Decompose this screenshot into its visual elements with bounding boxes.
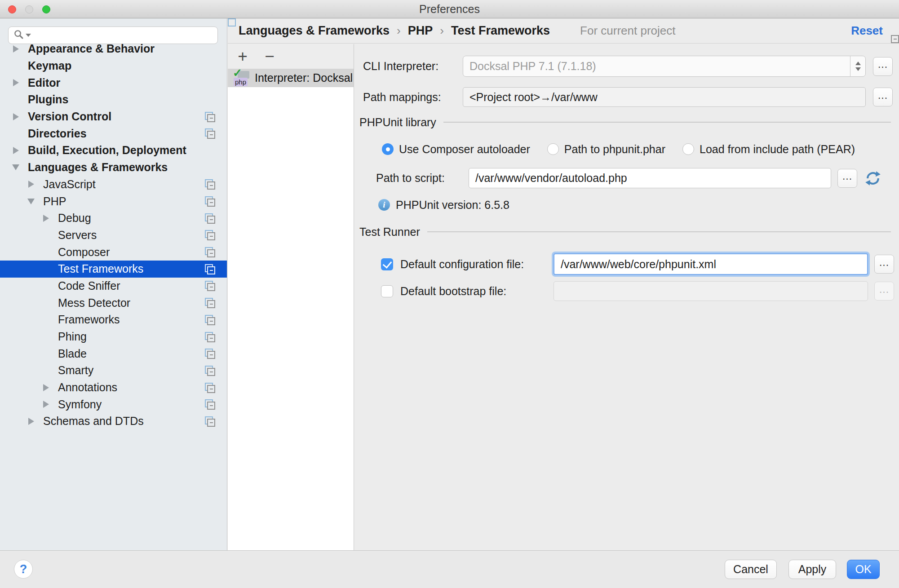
sidebar-item-schemas-and-dtds[interactable]: Schemas and DTDs [0, 413, 227, 430]
window-title: Preferences [0, 0, 899, 18]
default-configuration-file-checkbox[interactable] [381, 258, 393, 270]
path-to-script-label: Path to script: [376, 172, 469, 185]
radio-path-to-phpunit-phar[interactable] [547, 143, 559, 155]
cli-interpreter-label: CLI Interpreter: [363, 60, 463, 73]
per-project-icon [205, 416, 215, 427]
cli-interpreter-select[interactable]: Docksal PHP 7.1 (7.1.18) [463, 56, 866, 77]
apply-button[interactable]: Apply [788, 560, 836, 579]
sidebar-item-symfony[interactable]: Symfony [0, 396, 227, 413]
sidebar-item-version-control[interactable]: Version Control [0, 108, 227, 125]
search-options-caret-icon [26, 34, 31, 37]
refresh-icon[interactable] [864, 170, 881, 187]
test-runner-section-title: Test Runner [359, 225, 420, 239]
chevron-right-icon [43, 215, 49, 222]
sidebar-item-phing[interactable]: Phing [0, 328, 227, 345]
settings-sidebar: Appearance & Behavior Keymap Editor Plug… [0, 18, 227, 550]
sidebar-item-code-sniffer[interactable]: Code Sniffer [0, 278, 227, 295]
sidebar-item-editor[interactable]: Editor [0, 74, 227, 91]
sidebar-item-keymap[interactable]: Keymap [0, 57, 227, 75]
per-project-icon [205, 399, 215, 410]
radio-load-from-include-path[interactable] [682, 143, 694, 155]
info-icon [378, 199, 390, 211]
interpreters-panel: + − ✓php Interpreter: Docksal [228, 44, 354, 550]
add-interpreter-button[interactable]: + [235, 50, 250, 63]
sidebar-item-build-execution-deployment[interactable]: Build, Execution, Deployment [0, 142, 227, 159]
sidebar-item-annotations[interactable]: Annotations [0, 379, 227, 396]
per-project-icon [205, 315, 215, 325]
per-project-icon [205, 128, 215, 139]
per-project-icon [205, 264, 215, 274]
sidebar-item-composer[interactable]: Composer [0, 243, 227, 261]
scope-indicator: For current project [565, 24, 675, 38]
default-bootstrap-file-field [554, 281, 868, 301]
remove-interpreter-button[interactable]: − [262, 50, 277, 63]
section-divider [443, 122, 891, 123]
breadcrumb-test-frameworks[interactable]: Test Frameworks [451, 24, 550, 38]
per-project-icon [205, 349, 215, 359]
default-configuration-file-field[interactable]: /var/www/web/core/phpunit.xml [554, 253, 868, 275]
radio-use-composer-autoloader[interactable] [382, 143, 394, 155]
default-configuration-file-browse-button[interactable]: ... [874, 255, 894, 274]
sidebar-item-mess-detector[interactable]: Mess Detector [0, 294, 227, 311]
chevron-right-icon [28, 181, 34, 188]
per-project-icon [205, 366, 215, 376]
path-mappings-browse-button[interactable]: ... [873, 88, 893, 106]
titlebar: Preferences [0, 0, 899, 18]
search-icon [13, 29, 24, 42]
chevron-down-icon [12, 164, 19, 170]
sidebar-item-languages-frameworks[interactable]: Languages & Frameworks [0, 159, 227, 176]
default-bootstrap-file-checkbox[interactable] [381, 285, 393, 297]
interpreters-toolbar: + − [228, 44, 354, 69]
sidebar-item-appearance-behavior[interactable]: Appearance & Behavior [0, 40, 227, 57]
per-project-icon [565, 26, 576, 36]
default-bootstrap-file-label: Default bootstrap file: [400, 285, 554, 298]
per-project-icon [205, 247, 215, 257]
per-project-icon [205, 179, 215, 190]
sidebar-item-plugins[interactable]: Plugins [0, 91, 227, 108]
breadcrumb: Languages & Frameworks › PHP › Test Fram… [228, 18, 899, 44]
per-project-icon [205, 112, 215, 122]
chevron-right-icon [28, 418, 34, 425]
sidebar-item-test-frameworks[interactable]: Test Frameworks [0, 261, 227, 278]
default-configuration-file-label: Default configuration file: [400, 258, 554, 271]
sidebar-item-directories[interactable]: Directories [0, 125, 227, 142]
per-project-icon [205, 230, 215, 240]
php-interpreter-icon: ✓php [232, 70, 251, 87]
chevron-right-icon [13, 113, 19, 120]
per-project-icon [205, 383, 215, 393]
settings-tree: Appearance & Behavior Keymap Editor Plug… [0, 40, 227, 430]
path-mappings-field[interactable]: <Project root>→/var/www [463, 87, 866, 107]
sidebar-item-smarty[interactable]: Smarty [0, 362, 227, 379]
phpunit-library-section-title: PHPUnit library [359, 116, 436, 129]
breadcrumb-separator: › [440, 24, 444, 38]
chevron-right-icon [13, 45, 19, 53]
interpreter-list-item[interactable]: ✓php Interpreter: Docksal [228, 69, 354, 87]
per-project-icon [205, 196, 215, 207]
cancel-button[interactable]: Cancel [725, 560, 777, 579]
chevron-right-icon [13, 147, 19, 154]
ok-button[interactable]: OK [847, 560, 880, 579]
section-divider [427, 231, 891, 232]
per-project-icon [205, 281, 215, 291]
help-button[interactable]: ? [14, 560, 33, 579]
default-bootstrap-file-browse-button: ... [874, 282, 894, 301]
cli-interpreter-browse-button[interactable]: ... [873, 57, 893, 76]
sidebar-item-frameworks[interactable]: Frameworks [0, 311, 227, 328]
test-frameworks-settings: CLI Interpreter: Docksal PHP 7.1 (7.1.18… [354, 44, 899, 550]
dialog-footer: ? Cancel Apply OK [0, 550, 899, 588]
breadcrumb-separator: › [397, 24, 401, 38]
sidebar-item-debug[interactable]: Debug [0, 210, 227, 227]
per-project-icon [205, 332, 215, 342]
path-to-script-browse-button[interactable]: ... [837, 169, 857, 188]
breadcrumb-php[interactable]: PHP [408, 24, 433, 38]
breadcrumb-languages-frameworks[interactable]: Languages & Frameworks [239, 24, 390, 38]
sidebar-item-php[interactable]: PHP [0, 193, 227, 210]
chevron-down-icon [27, 199, 35, 204]
sidebar-item-javascript[interactable]: JavaScript [0, 176, 227, 193]
sidebar-item-servers[interactable]: Servers [0, 227, 227, 244]
path-to-script-field[interactable]: /var/www/vendor/autoload.php [469, 168, 831, 188]
phpunit-version-text: PHPUnit version: 6.5.8 [396, 199, 509, 212]
combo-stepper-icon[interactable] [850, 56, 865, 76]
reset-link[interactable]: Reset [851, 24, 883, 38]
sidebar-item-blade[interactable]: Blade [0, 345, 227, 362]
